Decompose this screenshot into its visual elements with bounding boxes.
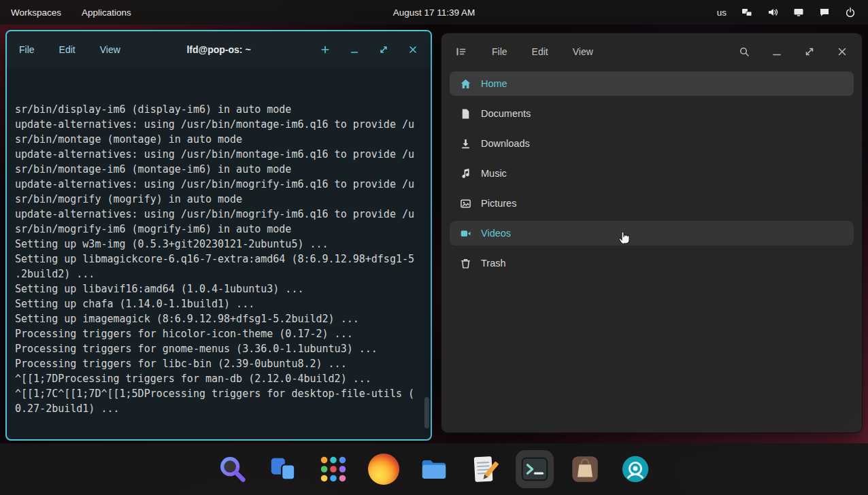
- maximize-icon[interactable]: [803, 46, 816, 58]
- dock-item-files[interactable]: [415, 450, 453, 488]
- applications-button[interactable]: Applications: [82, 7, 131, 18]
- dock-item-screenshot-tool[interactable]: [214, 450, 252, 488]
- firefox-icon: [368, 454, 399, 485]
- dock-item-camera[interactable]: [616, 450, 654, 488]
- close-icon[interactable]: [407, 44, 418, 55]
- files-menu-file[interactable]: File: [492, 46, 507, 57]
- terminal-line: Setting up libmagickcore-6.q16-7-extra:a…: [15, 252, 422, 267]
- picture-icon: [459, 197, 471, 209]
- sidebar-item-documents[interactable]: Documents: [450, 101, 854, 126]
- dock-item-terminal[interactable]: [516, 450, 554, 488]
- display-icon[interactable]: [792, 7, 804, 18]
- files-window: File Edit View Home: [441, 33, 863, 433]
- terminal-line: update-alternatives: using /usr/bin/mont…: [15, 147, 422, 162]
- terminal-line: sr/bin/mogrify (mogrify) in auto mode: [15, 192, 422, 207]
- terminal-line: update-alternatives: using /usr/bin/mont…: [15, 117, 422, 132]
- files-titlebar[interactable]: File Edit View: [441, 33, 862, 70]
- dock-item-firefox[interactable]: [365, 450, 403, 488]
- maximize-icon[interactable]: [378, 44, 389, 55]
- sidebar-item-downloads[interactable]: Downloads: [450, 131, 854, 156]
- music-icon: [459, 167, 471, 180]
- terminal-viewport[interactable]: sr/bin/display-im6 (display-im6) in auto…: [7, 68, 431, 439]
- sidebar-item-videos[interactable]: Videos: [450, 221, 854, 245]
- sidebar-item-pictures[interactable]: Pictures: [450, 191, 854, 216]
- terminal-line: sr/bin/montage-im6 (montage-im6) in auto…: [15, 162, 422, 177]
- terminal-line: Setting up libavif16:amd64 (1.0.4-1ubunt…: [15, 281, 422, 296]
- sidebar-item-label: Music: [481, 168, 507, 179]
- sidebar-item-music[interactable]: Music: [450, 161, 854, 186]
- terminal-line: .2build2) ...: [15, 267, 422, 281]
- terminal-output: sr/bin/display-im6 (display-im6) in auto…: [15, 102, 422, 416]
- dock-item-app-library[interactable]: [314, 450, 352, 488]
- terminal-line: Setting up w3m-img (0.5.3+git20230121-2u…: [15, 237, 422, 252]
- video-icon: [459, 227, 471, 239]
- dock-item-text-editor[interactable]: [465, 450, 503, 488]
- sidebar-item-label: Trash: [481, 258, 506, 269]
- download-icon: [459, 137, 471, 150]
- terminal-line: sr/bin/display-im6 (display-im6) in auto…: [15, 102, 422, 117]
- terminal-line: Setting up imagemagick (8:6.9.12.98+dfsg…: [15, 311, 422, 326]
- top-panel: Workspaces Applications August 17 11:39 …: [0, 0, 868, 24]
- search-icon[interactable]: [738, 46, 750, 58]
- terminal-line: update-alternatives: using /usr/bin/mogr…: [15, 177, 422, 192]
- volume-icon[interactable]: [767, 7, 778, 18]
- new-tab-icon[interactable]: [320, 44, 331, 55]
- dock-item-window-tiling[interactable]: [264, 450, 302, 488]
- terminal-line: Processing triggers for libc-bin (2.39-0…: [15, 356, 422, 371]
- minimize-icon[interactable]: [771, 46, 783, 58]
- files-menu-view[interactable]: View: [573, 46, 593, 57]
- sidebar-item-label: Home: [481, 78, 507, 89]
- terminal-menu-view[interactable]: View: [100, 44, 120, 55]
- terminal-title: lfd@pop-os: ~: [186, 44, 250, 55]
- terminal-line: sr/bin/montage (montage) in auto mode: [15, 132, 422, 147]
- sidebar-item-label: Downloads: [481, 138, 530, 149]
- trash-icon: [459, 257, 471, 269]
- minimize-icon[interactable]: [349, 44, 360, 55]
- terminal-line: Processing triggers for gnome-menus (3.3…: [15, 341, 422, 356]
- sidebar-item-label: Documents: [481, 108, 531, 119]
- terminal-window: File Edit View lfd@pop-os: ~ sr/bin/disp…: [5, 30, 432, 441]
- terminal-scrollbar[interactable]: [424, 397, 429, 428]
- terminal-line: Processing triggers for hicolor-icon-the…: [15, 326, 422, 341]
- files-menu-edit[interactable]: Edit: [532, 46, 548, 57]
- terminal-line: Setting up chafa (1.14.0-1.1build1) ...: [15, 296, 422, 311]
- terminal-line: sr/bin/mogrify-im6 (mogrify-im6) in auto…: [15, 222, 422, 237]
- home-icon: [459, 78, 471, 90]
- sidebar-toggle-icon[interactable]: [455, 46, 467, 58]
- terminal-line: 0.27-2build1) ...: [15, 401, 422, 416]
- terminal-menu-edit[interactable]: Edit: [59, 44, 76, 55]
- sidebar-item-label: Videos: [481, 228, 511, 239]
- terminal-line: ^[[1;7C^[[1;7D^[[1;5DProcessing triggers…: [15, 386, 422, 401]
- document-icon: [459, 107, 471, 120]
- files-sidebar: Home Documents Downloads Music Pictures: [441, 70, 862, 277]
- dock-item-pop-shop[interactable]: [566, 450, 604, 488]
- chat-icon[interactable]: [818, 7, 830, 18]
- power-icon[interactable]: [844, 7, 856, 18]
- close-icon[interactable]: [836, 46, 848, 58]
- workspaces-button[interactable]: Workspaces: [11, 7, 61, 18]
- sidebar-item-trash[interactable]: Trash: [450, 251, 854, 275]
- terminal-line: ^[[1;7DProcessing triggers for man-db (2…: [15, 371, 422, 386]
- clock[interactable]: August 17 11:39 AM: [393, 7, 475, 18]
- dock: [0, 443, 868, 495]
- terminal-titlebar[interactable]: File Edit View lfd@pop-os: ~: [7, 31, 431, 68]
- windows-icon[interactable]: [741, 7, 752, 18]
- sidebar-item-label: Pictures: [481, 198, 516, 209]
- terminal-menu-file[interactable]: File: [19, 44, 35, 55]
- terminal-line: update-alternatives: using /usr/bin/mogr…: [15, 207, 422, 222]
- keyboard-layout-indicator[interactable]: us: [717, 7, 727, 18]
- sidebar-item-home[interactable]: Home: [450, 71, 854, 96]
